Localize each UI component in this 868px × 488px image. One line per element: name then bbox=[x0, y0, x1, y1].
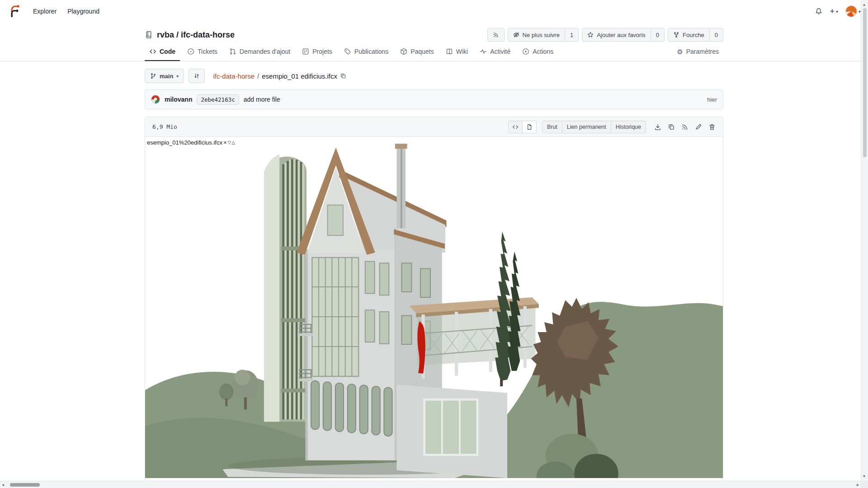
plus-icon: + bbox=[830, 7, 835, 15]
viewer-filename: esempio_01%20edificius.ifcx bbox=[147, 139, 222, 146]
viewer-collapse-button[interactable]: ▽ bbox=[228, 140, 231, 145]
chimney bbox=[395, 144, 407, 228]
ifc-viewer-canvas[interactable]: esempio_01%20edificius.ifcx×▽△ bbox=[145, 137, 723, 488]
forgejo-logo[interactable] bbox=[7, 4, 22, 19]
nav-link-playground[interactable]: Playground bbox=[62, 4, 104, 19]
star-button[interactable]: Ajouter aux favoris bbox=[582, 28, 651, 42]
gear-icon: ⚙ bbox=[677, 48, 683, 55]
file-actions-group: Brut Lien permanent Historique bbox=[542, 121, 646, 133]
bell-icon bbox=[815, 8, 822, 15]
scroll-left-arrow[interactable]: ◂ bbox=[2, 481, 4, 488]
code-icon bbox=[149, 48, 156, 55]
tab-projects-label: Projets bbox=[312, 48, 332, 55]
scroll-right-arrow[interactable]: ▸ bbox=[857, 481, 859, 488]
rss-button[interactable] bbox=[487, 28, 505, 42]
latest-commit-bar: milovann 2ebe42163c add more file hier bbox=[145, 89, 723, 109]
tag-icon bbox=[344, 48, 351, 55]
file-view-panel: 6,9 Mio Brut Lien pe bbox=[145, 117, 723, 488]
copy-path-button[interactable] bbox=[340, 73, 346, 79]
star-count-badge[interactable]: 0 bbox=[651, 28, 665, 42]
commit-time: hier bbox=[707, 96, 717, 103]
user-menu-button[interactable]: ▾ bbox=[845, 5, 861, 17]
horizontal-scrollbar[interactable]: ◂ ▸ bbox=[0, 481, 861, 488]
commit-sha-button[interactable]: 2ebe42163c bbox=[197, 94, 239, 105]
tab-wiki[interactable]: Wiki bbox=[441, 43, 472, 61]
branch-name: main bbox=[160, 73, 173, 80]
forgejo-logo-icon bbox=[8, 5, 21, 18]
code-icon bbox=[512, 124, 519, 130]
wiki-book-icon bbox=[446, 48, 453, 55]
download-icon[interactable] bbox=[654, 123, 661, 131]
tab-pull-requests[interactable]: Demandes d'ajout bbox=[225, 43, 295, 61]
compare-icon bbox=[193, 73, 200, 79]
pull-request-icon bbox=[229, 48, 236, 55]
ifc-3d-model-render[interactable] bbox=[145, 139, 723, 478]
watch-count-badge[interactable]: 1 bbox=[565, 28, 579, 42]
watch-group: Ne plus suivre 1 bbox=[508, 28, 579, 42]
fork-button[interactable]: Fourche bbox=[668, 28, 710, 42]
tab-wiki-label: Wiki bbox=[456, 48, 468, 55]
caret-down-icon: ▾ bbox=[836, 9, 838, 14]
file-size: 6,9 Mio bbox=[150, 123, 177, 130]
tab-packages[interactable]: Paquets bbox=[396, 43, 438, 61]
notifications-button[interactable] bbox=[815, 8, 822, 15]
star-group: Ajouter aux favoris 0 bbox=[582, 28, 665, 42]
tab-releases[interactable]: Publications bbox=[340, 43, 393, 61]
breadcrumb-separator: / bbox=[257, 72, 259, 80]
branch-select-button[interactable]: main ▾ bbox=[145, 69, 184, 83]
tab-projects[interactable]: Projets bbox=[297, 43, 337, 61]
commit-author-avatar[interactable] bbox=[151, 95, 160, 104]
horizontal-scrollbar-thumb[interactable] bbox=[10, 483, 40, 487]
tab-code[interactable]: Code bbox=[145, 43, 180, 61]
scrollbar-corner bbox=[861, 481, 868, 488]
delete-trash-icon[interactable] bbox=[708, 123, 716, 131]
package-icon bbox=[400, 48, 407, 55]
copy-content-icon[interactable] bbox=[668, 123, 675, 131]
viewer-close-button[interactable]: × bbox=[223, 139, 227, 146]
unwatch-button[interactable]: Ne plus suivre bbox=[508, 28, 565, 42]
repo-icon bbox=[145, 31, 153, 39]
tab-issues[interactable]: Tickets bbox=[183, 43, 222, 61]
tab-code-label: Code bbox=[160, 48, 175, 55]
fork-count-badge[interactable]: 0 bbox=[710, 28, 723, 42]
raw-button[interactable]: Brut bbox=[542, 121, 562, 133]
tab-releases-label: Publications bbox=[354, 48, 389, 55]
star-label: Ajouter aux favoris bbox=[597, 32, 646, 38]
copy-icon bbox=[340, 73, 346, 79]
file-nav-row: main ▾ ifc-data-horse / esempio_01 edifi… bbox=[145, 69, 723, 83]
viewer-expand-button[interactable]: △ bbox=[231, 140, 235, 145]
breadcrumb-filename: esempio_01 edificius.ifcx bbox=[262, 72, 337, 80]
permalink-button[interactable]: Lien permanent bbox=[562, 121, 611, 133]
repo-title[interactable]: rvba / ifc-data-horse bbox=[157, 30, 235, 40]
caret-down-icon: ▾ bbox=[176, 74, 179, 79]
breadcrumb-repo-link[interactable]: ifc-data-horse bbox=[213, 72, 255, 80]
play-circle-icon bbox=[522, 48, 529, 55]
tab-activity[interactable]: Activité bbox=[475, 43, 515, 61]
fork-label: Fourche bbox=[683, 32, 704, 38]
scroll-up-arrow[interactable]: ▴ bbox=[863, 1, 865, 8]
commit-message[interactable]: add more file bbox=[244, 96, 280, 103]
edit-pencil-icon[interactable] bbox=[695, 123, 702, 131]
star-icon bbox=[587, 32, 594, 38]
tab-activity-label: Activité bbox=[490, 48, 510, 55]
tab-settings[interactable]: ⚙ Paramètres bbox=[672, 43, 723, 61]
history-button[interactable]: Historique bbox=[611, 121, 646, 133]
compare-button[interactable] bbox=[189, 69, 205, 83]
commit-author[interactable]: milovann bbox=[165, 96, 192, 103]
tab-pulls-label: Demandes d'ajout bbox=[240, 48, 290, 55]
nav-link-explorer[interactable]: Explorer bbox=[28, 4, 61, 19]
vertical-scrollbar[interactable]: ▴ ▾ bbox=[861, 0, 868, 481]
viewer-header: esempio_01%20edificius.ifcx×▽△ bbox=[147, 139, 235, 146]
user-avatar bbox=[845, 5, 857, 17]
tab-actions[interactable]: Actions bbox=[518, 43, 558, 61]
tab-settings-label: Paramètres bbox=[686, 48, 719, 55]
vertical-scrollbar-thumb[interactable] bbox=[863, 8, 867, 157]
fork-group: Fourche 0 bbox=[668, 28, 723, 42]
rss-feed-icon[interactable] bbox=[681, 123, 689, 131]
scroll-down-arrow[interactable]: ▾ bbox=[863, 473, 865, 480]
rendered-view-button[interactable] bbox=[523, 121, 537, 133]
projects-icon bbox=[302, 48, 309, 55]
create-new-button[interactable]: + ▾ bbox=[830, 7, 838, 15]
source-view-button[interactable] bbox=[508, 121, 523, 133]
tab-issues-label: Tickets bbox=[198, 48, 217, 55]
